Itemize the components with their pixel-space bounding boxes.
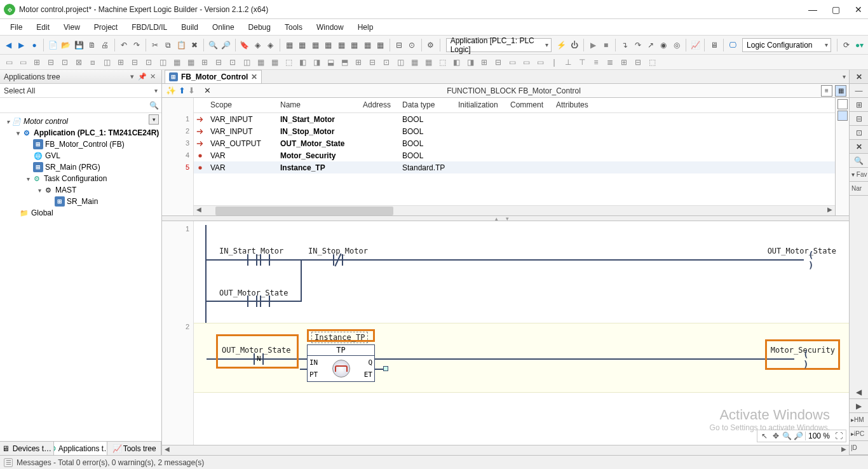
rsb-fav[interactable]: ▾ Fav [850, 168, 868, 182]
ld-tool-13[interactable]: ▦ [170, 56, 183, 69]
menu-help[interactable]: Help [351, 22, 380, 33]
applications-tree[interactable]: ▾ ▾📄Motor control ▾⚙Application (PLC_1: … [0, 113, 161, 441]
ld-tool-28[interactable]: ⊡ [380, 56, 393, 69]
ld-contact-icon[interactable]: ⊟ [393, 38, 405, 52]
decl-down-icon[interactable]: ⬇ [188, 86, 195, 95]
no-contact[interactable] [257, 254, 273, 266]
print-icon[interactable]: 🖨 [99, 38, 111, 52]
ld-net8-icon[interactable]: ▦ [374, 38, 386, 52]
decl-toggle-2[interactable] [837, 111, 848, 121]
rsb-ipc[interactable]: ▸iPC [850, 427, 868, 441]
ld-net7-icon[interactable]: ▦ [362, 38, 373, 52]
ld-net5-icon[interactable]: ▦ [336, 38, 347, 52]
declaration-table[interactable]: Scope Name Address Data type Initializat… [194, 98, 835, 215]
ld-tool-14[interactable]: ▦ [184, 56, 197, 69]
ladder-editor[interactable]: 1 2 IN_Start_Motor IN_Stop_Motor OUT_Mot… [162, 221, 849, 445]
ld-tool-6[interactable]: ⊠ [72, 56, 85, 69]
ld-net6-icon[interactable]: ▦ [348, 38, 360, 52]
paste-icon[interactable]: 📋 [175, 38, 187, 52]
ld-tool-41[interactable]: ⊥ [562, 56, 574, 69]
ld-tool-31[interactable]: ▦ [422, 56, 435, 69]
col-init[interactable]: Initialization [454, 98, 506, 112]
ld-tool-27[interactable]: ⊟ [366, 56, 379, 69]
stop-icon[interactable]: ■ [600, 38, 612, 52]
ld-tool-21[interactable]: ⬚ [282, 56, 295, 69]
rsb-hm[interactable]: ▸HM [850, 413, 868, 427]
refresh-icon[interactable]: ⟳ [841, 38, 852, 52]
et-connector[interactable] [383, 366, 388, 371]
rsb-btn3[interactable]: ⊡ [850, 126, 868, 140]
ld-tool-20[interactable]: ▦ [268, 56, 281, 69]
splitter[interactable]: ▴▾ [162, 216, 849, 221]
ld-tool-29[interactable]: ◫ [394, 56, 407, 69]
rsb-search-icon[interactable]: 🔍 [850, 154, 868, 168]
nav-fwd-icon[interactable]: ▶ [15, 38, 27, 52]
select-all-dropdown[interactable]: Select All [0, 84, 161, 98]
ld-tool-38[interactable]: ▭ [520, 56, 532, 69]
logout-icon[interactable]: ⏻ [569, 38, 580, 52]
menu-file[interactable]: File [4, 22, 29, 33]
ld-tool-10[interactable]: ⊟ [128, 56, 141, 69]
ld-net-icon[interactable]: ▦ [283, 38, 295, 52]
rsb-nar[interactable]: Nar [850, 182, 868, 196]
find-next-icon[interactable]: 🔎 [220, 38, 231, 52]
coil[interactable]: ( ) [803, 353, 818, 365]
ld-tool-26[interactable]: ⊞ [352, 56, 365, 69]
rsb-btn2[interactable]: ⊟ [850, 112, 868, 126]
zoom-in-icon[interactable]: 🔍 [782, 431, 792, 441]
cut-icon[interactable]: ✂ [149, 38, 161, 52]
col-scope[interactable]: Scope [207, 98, 276, 112]
ld-tool-35[interactable]: ⊞ [478, 56, 491, 69]
col-comment[interactable]: Comment [506, 98, 552, 112]
nc-contact[interactable] [330, 254, 346, 266]
col-address[interactable]: Address [359, 98, 398, 112]
n-contact[interactable]: N [251, 353, 266, 365]
save-icon[interactable]: 💾 [73, 38, 85, 52]
trace-icon[interactable]: 📈 [689, 38, 701, 52]
coil[interactable]: ( ) [808, 254, 824, 266]
rsb-d[interactable]: |D [850, 441, 868, 455]
ld-tool-9[interactable]: ⊞ [114, 56, 127, 69]
maximize-button[interactable]: ▢ [830, 4, 841, 15]
search-icon[interactable]: 🔍 [149, 101, 159, 110]
ld-tool-5[interactable]: ⊡ [58, 56, 71, 69]
rsb-btn1[interactable]: ⊞ [850, 98, 868, 112]
menu-online[interactable]: Online [206, 22, 241, 33]
ld-tool-7[interactable]: ⧈ [86, 56, 99, 69]
redo-icon[interactable]: ↷ [131, 38, 142, 52]
pan-icon[interactable]: ✥ [771, 431, 781, 441]
ld-tool-43[interactable]: ≡ [590, 56, 602, 69]
open-icon[interactable]: 📂 [60, 38, 72, 52]
screen-icon[interactable]: 🖵 [727, 38, 738, 52]
decl-row[interactable]: VAR_INPUTIN_Stop_MotorBOOL [194, 125, 835, 137]
rsb-close-1[interactable]: ✕ [850, 70, 868, 84]
ld-tool-2[interactable]: ▭ [17, 56, 29, 69]
decl-row[interactable]: VAR_OUTPUTOUT_Motor_StateBOOL [194, 137, 835, 149]
ld-tool-12[interactable]: ◫ [156, 56, 169, 69]
decl-hscroll[interactable]: ◀▶ [194, 205, 835, 215]
ld-tool-36[interactable]: ⊟ [492, 56, 505, 69]
ld-tool-25[interactable]: ⬒ [338, 56, 351, 69]
ld-tool-22[interactable]: ◧ [296, 56, 309, 69]
build-icon[interactable]: ⚙ [424, 38, 436, 52]
menu-edit[interactable]: Edit [30, 22, 56, 33]
ld-tool-8[interactable]: ◫ [100, 56, 113, 69]
undo-icon[interactable]: ↶ [118, 38, 129, 52]
breakpoint-icon[interactable]: ◉ [658, 38, 669, 52]
menu-tools[interactable]: Tools [278, 22, 309, 33]
menu-project[interactable]: Project [88, 22, 124, 33]
tab-close-icon[interactable]: ✕ [251, 72, 257, 81]
ld-net3-icon[interactable]: ▦ [309, 38, 321, 52]
new-icon[interactable]: 📄 [47, 38, 58, 52]
step-over-icon[interactable]: ↷ [632, 38, 643, 52]
step-out-icon[interactable]: ↗ [645, 38, 656, 52]
ld-tool-46[interactable]: ⊟ [632, 56, 644, 69]
ld-tool-32[interactable]: ⬚ [436, 56, 449, 69]
panel-pin-icon[interactable]: 📌 [137, 72, 147, 81]
ld-tool-37[interactable]: ▭ [506, 56, 519, 69]
tab-applications-tree[interactable]: ⚙Applications t… [54, 442, 108, 455]
rsb-dash[interactable]: — [850, 84, 868, 98]
nav-home-icon[interactable]: ● [29, 38, 40, 52]
ld-tool-39[interactable]: ▭ [534, 56, 546, 69]
zoom-level[interactable]: 100 % [805, 432, 832, 440]
